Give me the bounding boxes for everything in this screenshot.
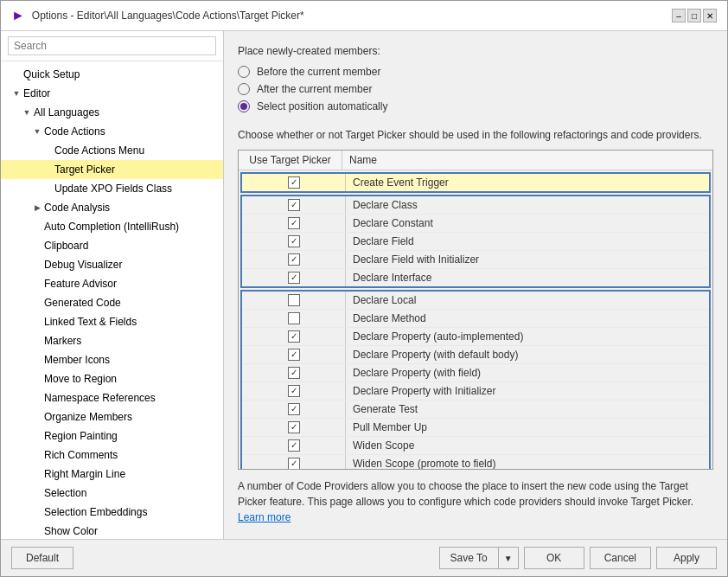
sidebar-item-label: Auto Completion (IntelliRush) (44, 221, 179, 233)
radio-after[interactable]: After the current member (238, 83, 713, 95)
td-use[interactable]: ✓ (242, 364, 346, 381)
table-row[interactable]: ✓ Declare Property (with default body) (242, 346, 709, 364)
table-body: ✓ Create Event Trigger ✓ Declare Class (239, 170, 712, 469)
sidebar-item-namespace-references[interactable]: Namespace References (1, 388, 223, 407)
title-bar-left: ► Options - Editor\All Languages\Code Ac… (11, 8, 304, 23)
td-use[interactable]: ✓ (242, 401, 346, 418)
table-row[interactable]: ✓ Widen Scope (242, 437, 709, 455)
table-row[interactable]: ✓ Declare Property (auto-implemented) (242, 328, 709, 346)
checkbox[interactable]: ✓ (288, 199, 300, 211)
checkbox[interactable]: ✓ (288, 349, 300, 361)
td-use[interactable]: ✓ (242, 382, 346, 400)
sidebar-item-move-to-region[interactable]: Move to Region (1, 369, 223, 388)
sidebar-item-right-margin-line[interactable]: Right Margin Line (1, 465, 223, 484)
sidebar-item-update-xpo[interactable]: Update XPO Fields Class (1, 179, 223, 198)
sidebar-item-selection-embeddings[interactable]: Selection Embeddings (1, 503, 223, 522)
radio-before[interactable]: Before the current member (238, 66, 713, 78)
td-use[interactable]: ✓ (242, 233, 346, 250)
close-button[interactable]: ✕ (703, 9, 717, 22)
sidebar-item-region-painting[interactable]: Region Painting (1, 426, 223, 446)
table-row[interactable]: ✓ Declare Field with Initializer (242, 251, 709, 269)
td-use[interactable]: ✓ (242, 215, 346, 232)
checkbox[interactable]: ✓ (288, 253, 300, 266)
table-row[interactable]: ✓ Declare Field (242, 233, 709, 251)
sidebar-item-organize-members[interactable]: Organize Members (1, 407, 223, 426)
ok-button[interactable]: OK (524, 547, 584, 569)
checkbox[interactable]: ✓ (288, 330, 300, 343)
td-name: Declare Class (346, 196, 709, 214)
checkbox[interactable]: ✓ (288, 217, 300, 229)
td-name: Declare Property (with field) (346, 364, 709, 381)
bottom-bar: Default Save To ▼ OK Cancel Apply (1, 539, 727, 576)
table-row[interactable]: ✓ Declare Property with Initializer (242, 382, 709, 401)
cancel-button[interactable]: Cancel (590, 547, 651, 569)
table-row[interactable]: ✓ Generate Test (242, 401, 709, 419)
sidebar-item-quick-setup[interactable]: Quick Setup (1, 65, 223, 84)
radio-auto[interactable]: Select position automatically (238, 100, 713, 112)
sidebar-item-markers[interactable]: Markers (1, 331, 223, 350)
checkbox[interactable] (288, 294, 300, 306)
checkbox[interactable]: ✓ (288, 458, 300, 469)
td-use[interactable]: ✓ (242, 419, 346, 436)
td-use[interactable]: ✓ (242, 346, 346, 363)
expand-placeholder (11, 69, 22, 80)
checkbox[interactable]: ✓ (288, 367, 300, 379)
sidebar-item-selection[interactable]: Selection (1, 484, 223, 503)
checkbox[interactable]: ✓ (288, 421, 300, 433)
save-to-dropdown-button[interactable]: ▼ (498, 547, 519, 569)
td-use[interactable]: ✓ (242, 437, 346, 454)
td-use[interactable]: ✓ (242, 174, 346, 191)
td-use[interactable]: ✓ (242, 269, 346, 286)
sidebar-item-auto-completion[interactable]: Auto Completion (IntelliRush) (1, 217, 223, 236)
table-row[interactable]: ✓ Create Event Trigger (240, 172, 711, 193)
expand-placeholder (32, 336, 42, 346)
table-row[interactable]: ✓ Declare Interface (242, 269, 709, 286)
maximize-button[interactable]: □ (687, 9, 701, 22)
sidebar-item-all-languages[interactable]: ▼ All Languages (1, 103, 223, 122)
table-row[interactable]: ✓ Declare Class (242, 196, 709, 215)
table-row[interactable]: ✓ Declare Constant (242, 215, 709, 233)
checkbox[interactable]: ✓ (288, 176, 300, 189)
checkbox[interactable]: ✓ (288, 272, 300, 284)
td-use[interactable]: ✓ (242, 251, 346, 268)
sidebar-item-target-picker[interactable]: Target Picker (1, 160, 223, 179)
table-row[interactable]: ✓ Pull Member Up (242, 419, 709, 437)
checkbox[interactable]: ✓ (288, 403, 300, 415)
td-use[interactable]: ✓ (242, 455, 346, 469)
table-row[interactable]: ✓ Declare Property (with field) (242, 364, 709, 382)
sidebar-item-linked-text[interactable]: Linked Text & Fields (1, 312, 223, 331)
table-row[interactable]: Declare Local (242, 292, 709, 310)
sidebar-item-rich-comments[interactable]: Rich Comments (1, 446, 223, 465)
td-name: Widen Scope (346, 437, 709, 454)
td-use[interactable] (242, 310, 346, 327)
td-use[interactable]: ✓ (242, 328, 346, 345)
table-row[interactable]: Declare Method (242, 310, 709, 328)
sidebar-item-code-analysis[interactable]: ▶ Code Analysis (1, 198, 223, 217)
minimize-button[interactable]: – (672, 9, 686, 22)
sidebar-item-code-actions[interactable]: ▼ Code Actions (1, 122, 223, 141)
sidebar-item-label: Clipboard (44, 240, 88, 252)
learn-more-link[interactable]: Learn more (238, 511, 291, 523)
sidebar-item-editor[interactable]: ▼ Editor (1, 84, 223, 103)
table-row[interactable]: ✓ Widen Scope (promote to field) (242, 455, 709, 469)
search-input[interactable] (8, 36, 216, 55)
sidebar-item-member-icons[interactable]: Member Icons (1, 350, 223, 369)
checkbox[interactable]: ✓ (288, 385, 300, 397)
checkbox[interactable]: ✓ (288, 439, 300, 452)
default-button[interactable]: Default (11, 547, 73, 569)
checkmark-icon: ✓ (291, 458, 297, 468)
td-use[interactable] (242, 292, 346, 309)
apply-button[interactable]: Apply (656, 547, 717, 569)
sidebar-item-show-color[interactable]: Show Color (1, 522, 223, 539)
sidebar-item-clipboard[interactable]: Clipboard (1, 236, 223, 255)
sidebar-item-debug-visualizer[interactable]: Debug Visualizer (1, 255, 223, 274)
td-use[interactable]: ✓ (242, 196, 346, 214)
sidebar-item-feature-advisor[interactable]: Feature Advisor (1, 274, 223, 293)
expand-placeholder (32, 412, 42, 422)
options-window: ► Options - Editor\All Languages\Code Ac… (0, 0, 728, 577)
sidebar-item-code-actions-menu[interactable]: Code Actions Menu (1, 141, 223, 160)
save-to-button[interactable]: Save To (439, 547, 498, 569)
checkbox[interactable]: ✓ (288, 235, 300, 247)
checkbox[interactable] (288, 312, 300, 324)
sidebar-item-generated-code[interactable]: Generated Code (1, 293, 223, 312)
